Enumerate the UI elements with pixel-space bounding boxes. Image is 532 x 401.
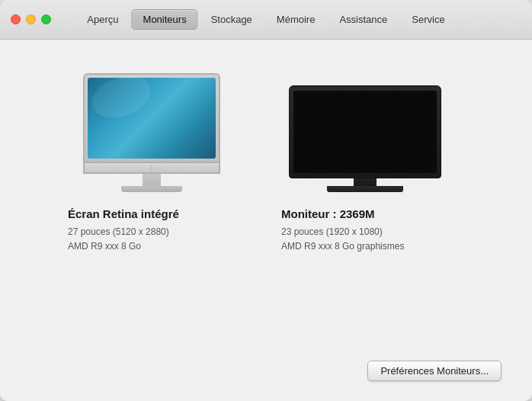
tab-service[interactable]: Service [400, 9, 456, 30]
preferences-monitors-button[interactable]: Préférences Moniteurs... [367, 361, 502, 381]
maximize-button[interactable] [41, 14, 51, 24]
imac-detail2: AMD R9 xxx 8 Go [68, 239, 179, 254]
external-info: Moniteur : 2369M 23 pouces (1920 x 1080)… [281, 207, 404, 254]
tab-bar: Aperçu Moniteurs Stockage Mémoire Assist… [75, 9, 456, 30]
imac-screen-inner [88, 78, 216, 159]
close-button[interactable] [11, 14, 21, 24]
titlebar: Aperçu Moniteurs Stockage Mémoire Assist… [0, 0, 532, 40]
imac-stand-neck [143, 174, 161, 186]
imac-chin:  [83, 163, 220, 174]
tab-assistance[interactable]: Assistance [328, 9, 399, 30]
tv-base-foot [327, 186, 403, 192]
bottom-bar: Préférences Moniteurs... [30, 353, 502, 386]
external-detail1: 23 pouces (1920 x 1080) [281, 225, 404, 239]
external-name: Moniteur : 2369M [281, 207, 404, 220]
imac-info: Écran Retina intégré 27 pouces (5120 x 2… [68, 207, 179, 254]
imac-detail1: 27 pouces (5120 x 2880) [68, 225, 179, 239]
imac-screen-outer [83, 73, 220, 163]
tab-memoire[interactable]: Mémoire [265, 9, 327, 30]
traffic-lights [11, 14, 51, 24]
monitor-item-external: Moniteur : 2369M 23 pouces (1920 x 1080)… [281, 70, 464, 254]
tv-image [281, 70, 449, 192]
tab-apercu[interactable]: Aperçu [75, 9, 130, 30]
apple-logo-icon:  [150, 164, 152, 172]
imac-name: Écran Retina intégré [68, 207, 179, 220]
tv-base-neck [354, 178, 377, 186]
main-window: Aperçu Moniteurs Stockage Mémoire Assist… [0, 0, 532, 401]
tab-moniteurs[interactable]: Moniteurs [132, 9, 198, 30]
tv-body [289, 85, 441, 178]
monitors-row:  Écran Retina intégré 27 pouces (5120 x… [30, 63, 502, 353]
imac-illustration:  [83, 73, 220, 192]
tv-screen [293, 91, 437, 173]
tv-illustration [289, 85, 441, 192]
imac-stand-base [121, 186, 182, 192]
content-area:  Écran Retina intégré 27 pouces (5120 x… [0, 40, 532, 401]
tab-stockage[interactable]: Stockage [200, 9, 264, 30]
imac-image:  [68, 70, 236, 192]
minimize-button[interactable] [26, 14, 36, 24]
monitor-item-imac:  Écran Retina intégré 27 pouces (5120 x… [68, 70, 251, 254]
external-detail2: AMD R9 xxx 8 Go graphismes [281, 239, 404, 254]
